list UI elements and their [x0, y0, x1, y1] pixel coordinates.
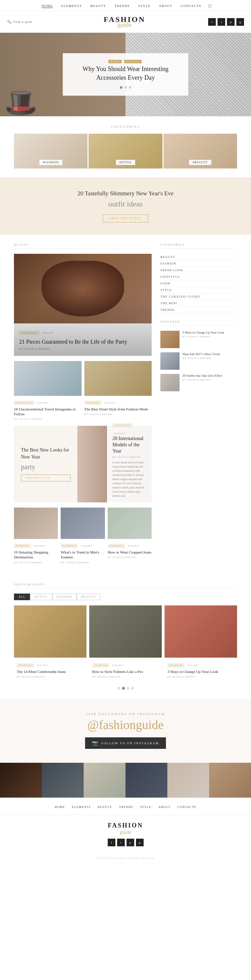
category-style[interactable]: #Style: [88, 134, 162, 169]
hero-dot-1[interactable]: [120, 86, 122, 89]
category-fashion[interactable]: #Fashion: [14, 134, 88, 169]
twitter-icon[interactable]: t: [217, 18, 225, 26]
wide-overlay-tag[interactable]: Lifestyle: [112, 423, 133, 428]
street-category-tag[interactable]: Fashion: [84, 401, 101, 405]
sidebar-cat-curated[interactable]: The Curated Closet: [160, 293, 237, 300]
featured-item-2-author: By Jessica Brown: [182, 357, 237, 360]
pop-dot-2[interactable]: [122, 687, 125, 690]
sidebar-cat-look[interactable]: Look: [160, 280, 237, 287]
instagram-photo-2[interactable]: [42, 763, 84, 797]
sidebar-cat-trends[interactable]: Trends: [160, 307, 237, 313]
search-container[interactable]: [7, 20, 41, 24]
footer-nav-home[interactable]: HOME: [55, 806, 65, 809]
featured-item-1-title[interactable]: 5 Ways to Change Up Your Look: [182, 331, 237, 335]
hero-dot-3[interactable]: [129, 86, 131, 89]
pop-dot-4[interactable]: [131, 687, 134, 690]
footer-nav-trends[interactable]: TRENDS: [119, 806, 133, 809]
wide-post-overlay: Lifestyle 01.01.2017 20 International Mo…: [107, 417, 152, 503]
travel-category-tag[interactable]: Lifestyle: [14, 401, 34, 405]
footer-nav-elements[interactable]: ELEMENTS: [72, 806, 91, 809]
instagram-photo-4[interactable]: [126, 763, 167, 797]
popular-2-title[interactable]: How to Style Fishnets Like a Pro: [92, 669, 159, 674]
nav-style[interactable]: STYLE: [138, 4, 151, 8]
popular-tab-beauty[interactable]: Beauty: [77, 593, 100, 600]
travel-post-title[interactable]: 18 Unconventional Travel Instagrams to F…: [14, 407, 82, 417]
sidebar-categories-label: Categories: [160, 243, 237, 248]
nav-about[interactable]: ABOUT: [159, 4, 173, 8]
street-post-image: [84, 361, 152, 396]
cart-icon[interactable]: 🛒: [208, 3, 213, 8]
footer-pinterest-icon[interactable]: p: [126, 838, 134, 846]
popular-tab-all[interactable]: All: [14, 593, 30, 600]
footer-facebook-icon[interactable]: f: [108, 838, 115, 846]
shopping-post-title[interactable]: 10 Amazing Shopping Destinations: [14, 550, 58, 560]
instagram-photo-5[interactable]: [167, 763, 209, 797]
instagram-photo-6[interactable]: [209, 763, 251, 797]
footer-google-icon[interactable]: g: [136, 838, 144, 846]
pop-dot-1[interactable]: [117, 687, 120, 690]
instagram-photo-3[interactable]: [84, 763, 126, 797]
sidebar-cat-fashion[interactable]: Fashion: [160, 260, 237, 267]
hero-dot-2[interactable]: [125, 86, 127, 89]
category-beauty[interactable]: #Beauty: [163, 134, 237, 169]
sidebar-cat-freshlook[interactable]: Fresh Look: [160, 267, 237, 274]
popular-2-category[interactable]: Fashion: [92, 663, 109, 667]
instagram-handle[interactable]: @fashionguide: [14, 718, 237, 732]
cropped-category-tag[interactable]: Fashion: [108, 544, 125, 548]
instagram-followers: 545k Followers on Instagram: [14, 712, 237, 716]
featured-item-1-author: By Jessica Brown: [182, 335, 237, 338]
search-input[interactable]: [13, 20, 41, 24]
popular-1-title[interactable]: The 14 Most Comfortable Jeans: [17, 669, 84, 674]
featured-post: Lifestyle 01.01.2017 21 Pieces Guarantee…: [14, 254, 152, 356]
popular-tab-fashion[interactable]: Fashion: [52, 593, 77, 600]
instagram-photo-1[interactable]: [0, 763, 42, 797]
popular-card-3-image: [165, 605, 237, 658]
cropped-post-author: By Jessica Brown: [108, 556, 152, 559]
sidebar-cat-style[interactable]: Style: [160, 287, 237, 293]
footer-nav-contacts[interactable]: CONTACTS: [177, 806, 196, 809]
category-beauty-label: #Beauty: [189, 160, 211, 165]
featured-item-2-title[interactable]: Shop Fall 2017's Silver Trend: [182, 352, 237, 356]
pop-dot-3[interactable]: [126, 687, 129, 690]
popular-tab-outfit[interactable]: Outfit: [30, 593, 52, 600]
wide-post-shop-button[interactable]: Shop the Style: [21, 474, 70, 482]
wide-overlay-title[interactable]: 20 International Models of the Year: [112, 436, 146, 455]
featured-item-3-title[interactable]: 20 Outfits that Take Zero Effort: [182, 374, 237, 378]
mens-category-tag[interactable]: Fashion: [61, 544, 78, 548]
footer-twitter-icon[interactable]: t: [117, 838, 125, 846]
hero-title: Why You Should Wear Interesting Accessor…: [73, 65, 178, 82]
google-icon[interactable]: g: [237, 18, 244, 26]
instagram-follow-button[interactable]: 📷 Follow us on Instagram: [85, 737, 166, 749]
mens-post-title[interactable]: What's in Trend in Men's Fashion: [61, 550, 105, 560]
featured-item-3-text: 20 Outfits that Take Zero Effort By Jess…: [182, 374, 237, 382]
popular-3-date: 01.01.2017: [187, 664, 199, 667]
footer-nav-beauty[interactable]: BEAUTY: [98, 806, 112, 809]
hero-tag: HOME BEAUTY: [73, 60, 178, 63]
featured-item-2: Shop Fall 2017's Silver Trend By Jessica…: [160, 352, 237, 370]
street-post-title[interactable]: The Best Street Style from Fashion Week: [84, 407, 152, 412]
wide-post-title: The Best New Looks for New Year: [21, 447, 70, 460]
facebook-icon[interactable]: f: [208, 18, 216, 26]
footer-nav-about[interactable]: ABOUT: [158, 806, 171, 809]
popular-tabs: All Outfit Fashion Beauty: [14, 593, 237, 600]
footer-social-icons: f t p g: [7, 838, 244, 846]
shopping-post-date: 01.01.2017: [34, 544, 45, 547]
sidebar-featured-list: 5 Ways to Change Up Your Look By Jessica…: [160, 331, 237, 391]
shopping-category-tag[interactable]: Fashion: [14, 544, 31, 548]
cropped-post-title[interactable]: How to Wear Cropped Jeans: [108, 550, 152, 555]
sidebar-cat-beauty[interactable]: Beauty: [160, 254, 237, 260]
shimmer-shop-button[interactable]: Shop the Style: [103, 215, 148, 223]
popular-3-title[interactable]: 3 Ways to Change Up Your Look: [167, 669, 234, 674]
popular-3-category[interactable]: Fashion: [167, 663, 184, 667]
footer-nav-style[interactable]: STYLE: [140, 806, 151, 809]
sidebar-cat-lifestyle[interactable]: Lifestyle: [160, 274, 237, 280]
nav-beauty[interactable]: BEAUTY: [90, 4, 106, 8]
wide-post: The Best New Looks for New Year party Sh…: [14, 426, 152, 502]
nav-trends[interactable]: TRENDS: [115, 4, 130, 8]
nav-elements[interactable]: ELEMENTS: [61, 4, 82, 8]
sidebar-cat-mini[interactable]: The Mini: [160, 300, 237, 307]
nav-home[interactable]: HOME: [42, 4, 53, 8]
popular-1-category[interactable]: Fashion: [17, 663, 34, 667]
nav-contacts[interactable]: CONTACTS: [181, 4, 201, 8]
pinterest-icon[interactable]: p: [227, 18, 235, 26]
